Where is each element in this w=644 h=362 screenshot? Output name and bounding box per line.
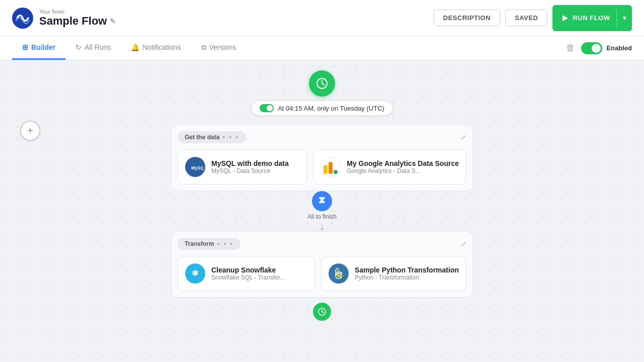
enabled-toggle[interactable] <box>581 42 602 54</box>
transform-label-row: Transform • • • ⤢ <box>178 238 466 250</box>
ga-node-name: My Google Analytics Data Source <box>347 159 459 167</box>
transform-label-text: Transform <box>185 240 214 247</box>
tab-bar: ⊞ Builder ↻ All Runs 🔔 Notifications ⧉ V… <box>0 36 644 60</box>
schedule-label-box[interactable]: At 04:15 AM, only on Tuesday (UTC) <box>251 101 393 116</box>
mysql-node-name: MySQL with demo data <box>211 159 299 167</box>
svg-point-9 <box>334 170 338 174</box>
clock-icon <box>315 77 329 90</box>
flow-title-area: Your flows Sample Flow ✎ <box>39 9 116 28</box>
snowflake-icon: ❄ <box>187 265 203 282</box>
enabled-label: Enabled <box>606 44 632 52</box>
ga-node-info: My Google Analytics Data Source Google A… <box>347 159 459 174</box>
run-flow-button[interactable]: RUN FLOW ▾ <box>552 5 632 31</box>
builder-tab-icon: ⊞ <box>22 43 28 51</box>
flow-title: Sample Flow ✎ <box>39 15 116 28</box>
all-runs-tab-icon: ↻ <box>75 43 82 51</box>
versions-tab-label: Versions <box>209 43 236 51</box>
get-data-label: Get the data • • • <box>178 131 246 143</box>
get-data-label-text: Get the data <box>185 134 219 141</box>
add-step-button[interactable]: + <box>20 121 40 141</box>
snowflake-node-card[interactable]: ❄ Cleanup Snowflake Snowflake SQL - Tran… <box>178 256 315 291</box>
svg-line-4 <box>322 83 324 85</box>
play-icon <box>561 15 569 22</box>
app-logo <box>12 8 33 29</box>
svg-rect-8 <box>329 162 333 174</box>
arrow-down-icon: ↓ <box>320 222 325 231</box>
all-runs-tab-label: All Runs <box>85 43 111 51</box>
transform-menu-icon[interactable]: • • • <box>217 240 233 248</box>
run-flow-label-area: RUN FLOW <box>561 14 616 22</box>
all-to-finish-label: All to finish <box>307 213 337 220</box>
flow-name: Sample Flow <box>39 15 107 28</box>
versions-tab-icon: ⧉ <box>201 43 206 52</box>
next-connector-area <box>313 303 331 321</box>
canvas: + At 04:15 AM, only on Tuesday (UTC) Get… <box>0 60 644 362</box>
builder-tab-label: Builder <box>31 43 55 51</box>
run-chevron-icon[interactable]: ▾ <box>617 15 632 22</box>
plus-icon: + <box>27 125 33 137</box>
get-data-group: Get the data • • • ⤢ MySQL MySQL with de… <box>171 125 473 191</box>
delete-flow-icon[interactable]: 🗑 <box>566 43 575 53</box>
transform-label: Transform • • • <box>178 238 240 250</box>
svg-marker-1 <box>562 15 568 21</box>
tab-all-runs[interactable]: ↻ All Runs <box>65 36 121 60</box>
python-icon: 🐍 <box>330 264 348 283</box>
breadcrumb: Your flows <box>39 9 116 15</box>
run-flow-text: RUN FLOW <box>573 14 610 22</box>
notifications-tab-icon: 🔔 <box>131 43 139 51</box>
notifications-tab-label: Notifications <box>142 43 181 51</box>
tab-notifications[interactable]: 🔔 Notifications <box>121 36 191 60</box>
python-node-name: Sample Python Transformation <box>355 266 459 274</box>
toggle-area: Enabled <box>581 42 632 54</box>
ga-node-type: Google Analytics - Data S... <box>347 167 459 174</box>
snowflake-node-name: Cleanup Snowflake <box>211 266 307 274</box>
snowflake-logo: ❄ <box>185 263 205 284</box>
mysql-node-type: MySQL - Data Source <box>211 167 299 174</box>
saved-button[interactable]: SAVED <box>505 10 547 26</box>
logo-area: Your flows Sample Flow ✎ <box>12 8 116 29</box>
get-data-cards: MySQL MySQL with demo data MySQL - Data … <box>178 149 466 185</box>
svg-text:🐍: 🐍 <box>335 269 344 278</box>
svg-line-16 <box>322 312 324 313</box>
group-label-row: Get the data • • • ⤢ <box>178 131 466 143</box>
get-data-menu-icon[interactable]: • • • <box>222 133 238 141</box>
next-step-icon <box>317 307 327 316</box>
mysql-node-info: MySQL with demo data MySQL - Data Source <box>211 159 299 174</box>
python-node-info: Sample Python Transformation Python - Tr… <box>355 266 459 281</box>
svg-text:❄: ❄ <box>192 269 198 278</box>
python-node-card[interactable]: 🐍 Sample Python Transformation Python - … <box>321 256 466 291</box>
schedule-node[interactable] <box>309 70 335 97</box>
transform-cards: ❄ Cleanup Snowflake Snowflake SQL - Tran… <box>178 256 466 291</box>
header: Your flows Sample Flow ✎ DESCRIPTION SAV… <box>0 0 644 36</box>
mysql-icon: MySQL <box>187 159 203 175</box>
get-data-expand-icon[interactable]: ⤢ <box>460 133 466 141</box>
tab-versions[interactable]: ⧉ Versions <box>191 36 247 60</box>
ga-icon <box>321 158 340 176</box>
tabs: ⊞ Builder ↻ All Runs 🔔 Notifications ⧉ V… <box>12 36 246 60</box>
mysql-logo: MySQL <box>185 157 205 177</box>
snowflake-node-type: Snowflake SQL - Transfor... <box>211 274 307 281</box>
header-actions: DESCRIPTION SAVED RUN FLOW ▾ <box>434 5 632 31</box>
next-step-node[interactable] <box>313 303 331 321</box>
svg-text:MySQL: MySQL <box>191 165 203 170</box>
tab-right-actions: 🗑 Enabled <box>566 42 632 54</box>
transform-group: Transform • • • ⤢ ❄ Cleanup Snowflake <box>171 231 473 298</box>
snowflake-node-info: Cleanup Snowflake Snowflake SQL - Transf… <box>211 266 307 281</box>
schedule-toggle[interactable] <box>260 104 274 112</box>
tab-builder[interactable]: ⊞ Builder <box>12 36 65 60</box>
google-analytics-node-card[interactable]: My Google Analytics Data Source Google A… <box>313 149 466 185</box>
schedule-text: At 04:15 AM, only on Tuesday (UTC) <box>278 105 384 112</box>
edit-title-icon[interactable]: ✎ <box>110 17 116 25</box>
python-node-type: Python - Transformation <box>355 274 459 281</box>
svg-rect-7 <box>324 165 328 174</box>
transform-expand-icon[interactable]: ⤢ <box>460 240 466 248</box>
flow-center: At 04:15 AM, only on Tuesday (UTC) Get t… <box>166 70 478 321</box>
ga-logo <box>320 157 341 177</box>
hourglass-node[interactable] <box>312 191 332 211</box>
all-to-finish-connector: All to finish ↓ <box>307 191 337 231</box>
description-button[interactable]: DESCRIPTION <box>434 10 500 26</box>
python-logo: 🐍 <box>329 263 349 284</box>
hourglass-icon <box>317 196 327 206</box>
mysql-node-card[interactable]: MySQL MySQL with demo data MySQL - Data … <box>178 149 307 185</box>
